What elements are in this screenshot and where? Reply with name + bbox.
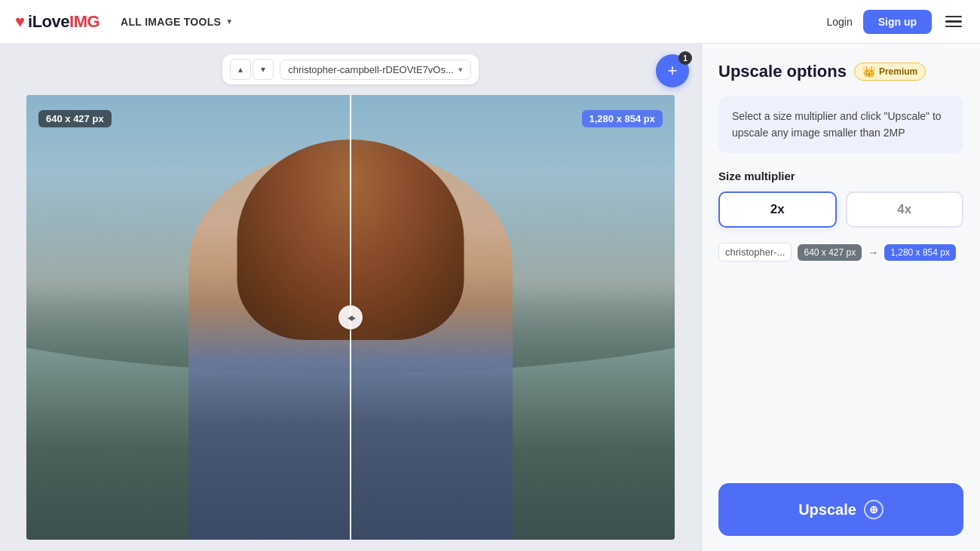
resize-icon: ◂▸ xyxy=(348,311,354,323)
compare-divider-handle[interactable]: ◂▸ xyxy=(338,305,363,329)
file-info-name: christopher-... xyxy=(718,243,792,262)
file-info-size-from: 640 x 427 px xyxy=(798,244,862,261)
upscale-label: Upscale xyxy=(798,501,856,519)
file-info-row: christopher-... 640 x 427 px → 1,280 x 8… xyxy=(718,243,963,262)
arrow-up-button[interactable]: ▴ xyxy=(230,59,251,80)
hamburger-line xyxy=(945,26,962,28)
info-box: Select a size multiplier and click "Upsc… xyxy=(718,96,963,153)
image-compare: ◂▸ 640 x 427 px 1,280 x 854 px xyxy=(26,95,675,540)
file-name-label: christopher-campbell-rDEOVtE7vOs... xyxy=(288,64,454,75)
logo: ♥ iLoveIMG xyxy=(15,12,100,32)
panel-title: Upscale options xyxy=(718,62,847,81)
file-selector-chevron-icon: ▾ xyxy=(458,65,463,75)
multiplier-row: 2x 4x xyxy=(718,191,963,228)
all-tools-label: ALL IMAGE TOOLS xyxy=(121,16,221,28)
crown-icon: 👑 xyxy=(862,66,875,78)
right-panel-inner: Upscale options 👑 Premium Select a size … xyxy=(702,44,980,551)
header-right: Login Sign up xyxy=(826,10,965,34)
arrow-icon: → xyxy=(868,246,878,259)
chevron-down-icon: ▼ xyxy=(225,17,233,26)
logo-ilove: iLove xyxy=(28,12,69,31)
file-info-size-to: 1,280 x 854 px xyxy=(884,244,956,261)
header: ♥ iLoveIMG ALL IMAGE TOOLS ▼ Login Sign … xyxy=(0,0,980,44)
hamburger-line xyxy=(945,20,962,23)
file-selector[interactable]: christopher-campbell-rDEOVtE7vOs... ▾ xyxy=(280,60,471,80)
panel-title-row: Upscale options 👑 Premium xyxy=(718,62,963,81)
add-badge: 1 xyxy=(678,51,692,65)
hamburger-menu-button[interactable] xyxy=(942,13,965,31)
header-left: ♥ iLoveIMG ALL IMAGE TOOLS ▼ xyxy=(15,11,236,32)
upscale-circle-arrow-icon: ⊕ xyxy=(864,500,884,519)
logo-heart-icon: ♥ xyxy=(15,12,25,32)
main-layout: ▴ ▾ christopher-campbell-rDEOVtE7vOs... … xyxy=(0,44,980,551)
logo-img: IMG xyxy=(69,12,100,31)
multiplier-4x-button[interactable]: 4x xyxy=(846,191,964,228)
nav-arrows: ▴ ▾ xyxy=(230,59,274,80)
add-image-button[interactable]: 1 + xyxy=(656,54,689,87)
upscaled-size-label: 1,280 x 854 px xyxy=(582,110,663,127)
logo-text: iLoveIMG xyxy=(28,12,100,32)
original-size-label: 640 x 427 px xyxy=(38,110,112,127)
premium-label: Premium xyxy=(879,66,917,77)
upscale-button[interactable]: Upscale ⊕ xyxy=(718,483,963,536)
multiplier-2x-button[interactable]: 2x xyxy=(718,191,837,228)
plus-icon: + xyxy=(668,63,678,79)
premium-badge: 👑 Premium xyxy=(854,63,926,81)
all-image-tools-button[interactable]: ALL IMAGE TOOLS ▼ xyxy=(118,11,236,32)
left-panel: ▴ ▾ christopher-campbell-rDEOVtE7vOs... … xyxy=(0,44,701,551)
signup-button[interactable]: Sign up xyxy=(863,10,932,34)
toolbar: ▴ ▾ christopher-campbell-rDEOVtE7vOs... … xyxy=(222,54,479,84)
info-text: Select a size multiplier and click "Upsc… xyxy=(732,109,950,141)
login-button[interactable]: Login xyxy=(826,16,852,28)
section-label: Size multiplier xyxy=(718,170,963,182)
image-right-half xyxy=(351,95,675,540)
arrow-down-button[interactable]: ▾ xyxy=(253,59,274,80)
hamburger-line xyxy=(945,16,962,18)
right-panel: Upscale options 👑 Premium Select a size … xyxy=(701,44,980,551)
image-left-half xyxy=(26,95,351,540)
